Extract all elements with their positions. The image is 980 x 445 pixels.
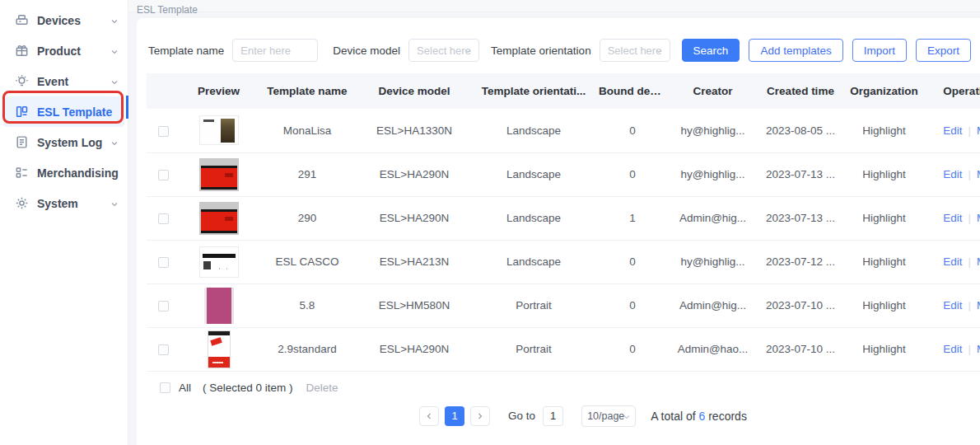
cell-bound-devices: 0 [595,240,670,283]
table-header-row: PreviewTemplate nameDevice modelTemplate… [147,73,980,109]
cell-creator: hy@highlig... [670,152,756,196]
sidebar-item-devices[interactable]: Devices [0,5,128,35]
column-header-1: Preview [180,73,258,109]
edit-link[interactable]: Edit [943,255,962,268]
edit-link[interactable]: Edit [943,168,962,180]
operations-divider: | [968,255,971,268]
main-content: ESL Template Template name Device model … [128,0,980,445]
sidebar: Devices Product Event ESL Template Syste… [0,0,128,445]
import-button[interactable]: Import [852,39,907,62]
row-checkbox[interactable] [158,213,169,224]
cell-created-time: 2023-07-13 ... [756,196,845,240]
row-checkbox[interactable] [158,126,169,137]
edit-link[interactable]: Edit [943,343,962,355]
content-card: Template name Device model Select here T… [137,18,980,445]
more-link[interactable]: More [977,255,980,268]
orientation-select[interactable]: Select here [600,39,670,62]
table-row: 291 ESL>HA290N Landscape 0 hy@highlig...… [147,152,980,196]
operations-divider: | [968,168,971,180]
cell-creator: hy@highlig... [670,240,756,283]
more-link[interactable]: More [977,212,980,224]
goto-label: Go to [508,410,535,422]
row-checkbox[interactable] [158,257,169,268]
product-icon [15,44,29,58]
table-row: 5.8 ESL>HM580N Portrait 0 Admin@hig... 2… [147,283,980,327]
row-checkbox[interactable] [158,344,169,355]
template-name-input[interactable] [232,39,318,62]
page-number-button[interactable]: 1 [445,406,464,426]
add-templates-button[interactable]: Add templates [749,39,842,62]
edit-link[interactable]: Edit [943,299,962,312]
sidebar-item-label: ESL Template [37,105,116,119]
select-all-checkbox[interactable] [160,382,170,393]
cell-bound-devices: 1 [595,196,670,240]
cell-template-name: 2.9standard [258,327,357,371]
table-row: 290 ESL>HA290N Landscape 1 Admin@hig... … [147,196,980,240]
column-header-6: Creator [670,73,756,109]
preview-thumbnail [208,330,231,368]
sidebar-item-product[interactable]: Product [0,35,128,66]
column-header-5: Bound devices [595,73,670,109]
selected-count-text: ( Selected 0 item ) [203,382,293,394]
sidebar-item-label: Product [37,44,110,58]
row-checkbox[interactable] [158,170,169,180]
templates-table: PreviewTemplate nameDevice modelTemplate… [147,73,980,372]
cell-created-time: 2023-07-10 ... [756,283,845,327]
device-model-label: Device model [333,44,400,57]
selection-footer: All ( Selected 0 item ) Delete [147,372,980,397]
column-header-8: Organization [845,73,923,109]
edit-link[interactable]: Edit [943,124,962,137]
more-link[interactable]: More [977,168,980,180]
cell-creator: Admin@hig... [670,196,756,240]
cell-orientation: Landscape [472,152,595,196]
more-link[interactable]: More [977,299,980,312]
sidebar-item-label: Event [37,75,110,88]
more-link[interactable]: More [977,343,980,355]
sidebar-item-system[interactable]: System [0,188,128,218]
filter-bar: Template name Device model Select here T… [147,18,980,73]
operations-divider: | [968,124,971,137]
system-log-icon [15,135,29,149]
devices-icon [15,13,29,27]
prev-page-button[interactable] [419,406,439,426]
cell-orientation: Landscape [472,240,595,283]
chevron-down-icon [110,199,119,208]
more-link[interactable]: More [977,124,980,137]
cell-creator: Admin@hig... [670,283,756,327]
row-checkbox[interactable] [158,301,169,312]
cell-operations: Edit|More [923,152,980,196]
cell-device-model: ESL>HA1330N [357,109,472,152]
column-header-7: Created time [756,73,845,109]
cell-organization: Highlight [845,283,923,327]
delete-button[interactable]: Delete [306,382,338,394]
chevron-down-icon [654,46,664,56]
event-icon [15,74,29,88]
cell-operations: Edit|More [923,240,980,283]
per-page-select[interactable]: 10/page [581,405,636,427]
sidebar-item-event[interactable]: Event [0,66,128,96]
sidebar-item-esl-template[interactable]: ESL Template [3,96,124,127]
cell-template-name: ESL CASCO [258,240,357,283]
active-item-indicator-bar [126,96,128,119]
template-icon [15,105,29,119]
sidebar-items: Devices Product Event ESL Template Syste… [0,5,128,218]
cell-orientation: Landscape [472,196,595,240]
device-model-select[interactable]: Select here [408,39,479,62]
cell-operations: Edit|More [923,196,980,240]
system-icon [15,196,29,210]
sidebar-item-label: System [37,197,110,210]
edit-link[interactable]: Edit [943,212,962,224]
search-button[interactable]: Search [682,39,740,62]
total-records-count: 6 [699,410,706,423]
table-body: MonaLisa ESL>HA1330N Landscape 0 hy@high… [147,109,980,371]
goto-page-input[interactable] [543,406,563,426]
next-page-button[interactable] [470,406,490,426]
sidebar-item-label: Devices [37,14,110,27]
cell-created-time: 2023-07-10 ... [756,327,845,371]
export-button[interactable]: Export [916,39,971,62]
merchandising-icon [15,166,29,180]
sidebar-item-system-log[interactable]: System Log [0,127,128,157]
table-row: 2.9standard ESL>HA290N Portrait 0 Admin@… [147,327,980,371]
cell-creator: Admin@hao... [670,327,756,371]
sidebar-item-merchandising[interactable]: Merchandising [0,157,128,188]
